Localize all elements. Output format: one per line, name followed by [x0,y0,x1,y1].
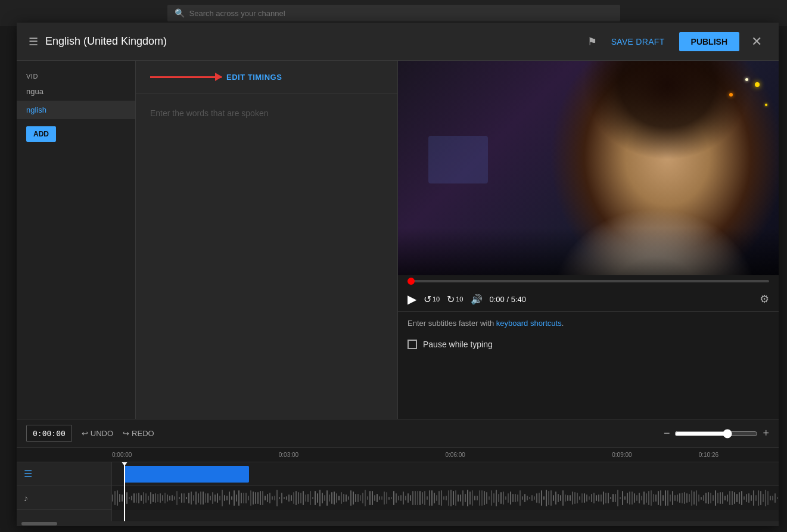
timeline-tracks: ☰ ♪ [17,462,779,521]
subtitle-track-row [112,462,779,486]
volume-button[interactable]: 🔊 [471,294,483,305]
subtitle-info-text: Enter subtitles faster with [408,319,496,328]
flag-icon[interactable]: ⚑ [587,35,597,48]
zoom-slider[interactable] [674,429,758,438]
zoom-controls: − + [664,427,769,440]
track-labels: ☰ ♪ [17,462,112,521]
progress-bar[interactable] [408,280,769,282]
audio-track-label: ♪ [17,486,111,510]
modal-header: ☰ English (United Kingdom) ⚑ SAVE DRAFT … [17,23,779,61]
forward-icon: ↻ [447,294,455,305]
scrollbar-thumb[interactable] [21,522,57,525]
timeline-section: 0:00:00 ↩ UNDO ↪ REDO − + 0:00:00 0:03:0… [17,419,779,526]
subtitles-icon: ☰ [29,35,38,48]
settings-button[interactable]: ⚙ [760,293,769,306]
subtitle-track-label: ☰ [17,462,111,486]
zoom-out-button[interactable]: − [664,427,670,440]
waveform-bars [112,486,779,510]
redo-icon: ↪ [123,429,129,438]
pause-typing-checkbox[interactable] [408,340,417,349]
sidebar: Vid ngua nglish ADD [17,61,136,419]
playhead [124,462,125,521]
redo-button[interactable]: ↪ REDO [123,429,154,438]
forward-button[interactable]: ↻ 10 [447,294,463,305]
edit-timings-arrow: EDIT TIMINGS [150,73,282,82]
timeline-scrollbar[interactable] [17,521,779,526]
edit-timings-button[interactable]: EDIT TIMINGS [226,73,282,82]
subtitle-block[interactable] [124,466,249,483]
text-editor-area[interactable]: Enter the words that are spoken [136,94,397,419]
header-actions: ⚑ SAVE DRAFT PUBLISH ✕ [587,32,767,52]
ruler-mark-0: 0:00:00 [112,452,132,458]
sidebar-section-title: Vid [17,70,135,82]
pause-typing-row: Pause while typing [398,335,779,354]
right-panel: ▶ ↺ 10 ↻ 10 🔊 0:00 / 5:40 ⚙ Enter subt [397,61,779,419]
save-draft-button[interactable]: SAVE DRAFT [604,32,672,51]
main-content: EDIT TIMINGS Download subtitles Clear te… [136,61,397,419]
undo-icon: ↩ [82,429,88,438]
search-icon: 🔍 [175,8,185,18]
video-gradient-overlay [398,228,779,275]
modal-title: English (United Kingdom) [45,35,587,48]
video-controls: ▶ ↺ 10 ↻ 10 🔊 0:00 / 5:40 ⚙ [398,287,779,311]
time-display: 0:00 / 5:40 [490,295,753,304]
ruler-mark-4: 0:10:26 [699,452,718,458]
close-button[interactable]: ✕ [746,32,767,52]
controls-row: ▶ ↺ 10 ↻ 10 🔊 0:00 / 5:40 ⚙ [408,292,769,306]
ruler-mark-3: 0:09:00 [612,452,632,458]
progress-dot [408,278,415,285]
text-placeholder: Enter the words that are spoken [150,108,268,118]
timeline-toolbar: 0:00:00 ↩ UNDO ↪ REDO − + [17,419,779,448]
rewind-icon: ↺ [424,294,431,305]
rewind-button[interactable]: ↺ 10 [424,294,440,305]
sidebar-item-language2[interactable]: nglish [17,101,135,119]
pause-typing-label: Pause while typing [423,340,493,349]
keyboard-shortcuts-link[interactable]: keyboard shortcuts [496,319,562,328]
video-player [398,61,779,275]
audio-track-row [112,486,779,510]
audio-track-icon: ♪ [24,493,28,503]
timeline-ruler: 0:00:00 0:03:00 0:06:00 0:09:00 0:10:26 [17,448,779,462]
subtitle-editor-modal: ☰ English (United Kingdom) ⚑ SAVE DRAFT … [17,23,779,526]
play-button[interactable]: ▶ [408,292,416,306]
search-input[interactable] [189,9,613,18]
ruler-mark-1: 0:03:00 [279,452,298,458]
zoom-in-button[interactable]: + [763,427,769,440]
modal-body: Vid ngua nglish ADD EDIT TIMINGS [17,61,779,419]
subtitle-track-icon: ☰ [24,468,32,480]
tracks-area [112,462,779,521]
undo-button[interactable]: ↩ UNDO [82,429,113,438]
content-toolbar: EDIT TIMINGS Download subtitles Clear te… [136,61,397,94]
audio-waveform [112,486,779,510]
subtitle-info-suffix: . [562,319,564,328]
search-bar[interactable]: 🔍 [167,5,620,21]
subtitle-info: Enter subtitles faster with keyboard sho… [398,311,779,335]
add-language-button[interactable]: ADD [26,126,56,142]
ruler-mark-2: 0:06:00 [446,452,465,458]
sidebar-item-language1[interactable]: ngua [17,82,135,101]
publish-button[interactable]: PUBLISH [679,32,739,51]
progress-bar-section [398,275,779,287]
timecode-display: 0:00:00 [26,425,72,442]
